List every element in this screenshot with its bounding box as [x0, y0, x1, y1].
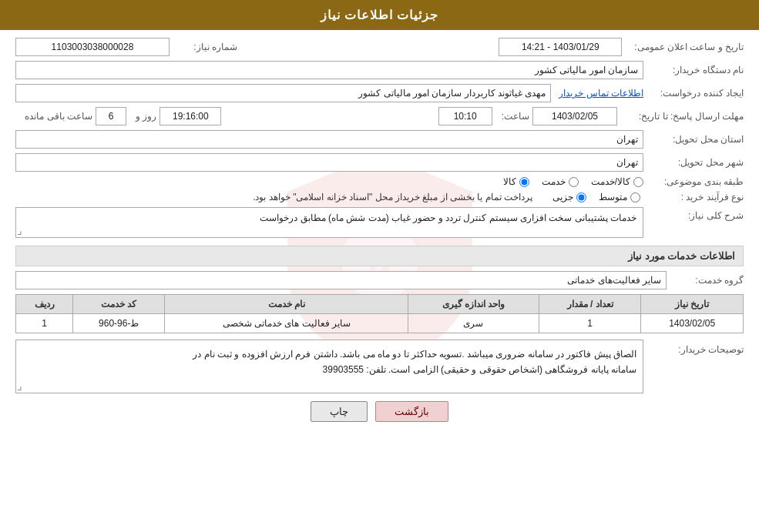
date-value-input[interactable] — [532, 107, 617, 125]
nam-dastgah-label: نام دستگاه خریدار: — [643, 65, 744, 75]
resize-icon: ⌟ — [17, 224, 22, 236]
services-section-title: اطلاعات خدمات مورد نیاز — [15, 246, 744, 266]
date-announce-label: تاریخ و ساعت اعلان عمومی: — [628, 42, 744, 52]
remaining-input[interactable] — [160, 107, 221, 125]
tabaqe-radio-group: کالا/خدمت خدمت کالا — [503, 176, 643, 187]
buyer-notes-box: الصاق پیش فاکتور در سامانه ضروری میباشد … — [15, 340, 643, 393]
sharh-value: خدمات پشتیبانی سخت افزاری سیستم کنترل تر… — [260, 212, 636, 223]
group-label: گروه خدمت: — [667, 275, 744, 286]
ijad-konande-input[interactable] — [15, 84, 551, 102]
info-link[interactable]: اطلاعات تماس خریدار — [559, 88, 643, 99]
col-kod: کد خدمت — [73, 295, 165, 314]
radio-motevaset-input[interactable] — [630, 192, 640, 202]
tabaqe-label: طبقه بندی موضوعی: — [643, 176, 744, 187]
page-header: جزئیات اطلاعات نیاز — [0, 0, 759, 30]
buyer-notes-line2: سامانه پایانه فروشگاهی (اشخاص حقوقی و حق… — [323, 364, 636, 375]
mohlat-label: مهلت ارسال پاسخ: تا تاریخ: — [620, 111, 744, 122]
radio-kala[interactable]: کالا — [503, 176, 529, 187]
purchase-radio-group: متوسط جزیی — [552, 192, 640, 202]
col-vahed: واحد اندازه گیری — [408, 295, 539, 314]
shomara-niaz-input[interactable] — [15, 38, 170, 56]
radio-khedmat[interactable]: خدمت — [542, 176, 579, 187]
date-announce-input[interactable] — [499, 38, 622, 56]
purchase-label: نوع فرآیند خرید : — [643, 192, 744, 202]
sharh-box: خدمات پشتیبانی سخت افزاری سیستم کنترل تر… — [15, 207, 643, 238]
radio-jozei[interactable]: جزیی — [552, 192, 586, 202]
shahr-label: شهر محل تحویل: — [643, 157, 744, 168]
header-title: جزئیات اطلاعات نیاز — [321, 8, 439, 22]
services-table: تاریخ نیاز تعداد / مقدار واحد اندازه گیر… — [15, 294, 744, 333]
print-button[interactable]: چاپ — [311, 401, 368, 422]
radio-kala-input[interactable] — [519, 177, 529, 187]
radio-kala-khedmat[interactable]: کالا/خدمت — [591, 176, 643, 187]
col-nam: نام خدمت — [165, 295, 408, 314]
button-row: بازگشت چاپ — [15, 401, 744, 422]
resize-icon-2: ⌟ — [17, 380, 22, 392]
col-radif: ردیف — [16, 295, 73, 314]
ostan-label: استان محل تحویل: — [643, 134, 744, 145]
radio-khedmat-input[interactable] — [569, 177, 579, 187]
col-tarikh: تاریخ نیاز — [641, 295, 744, 314]
time-label: ساعت: — [495, 111, 529, 122]
buyer-notes-line1: الصاق پیش فاکتور در سامانه ضروری میباشد … — [193, 349, 636, 360]
time-input[interactable] — [438, 107, 492, 125]
group-input[interactable] — [15, 271, 667, 289]
purchase-desc: پرداخت تمام یا بخشی از مبلغ خریداز محل "… — [253, 192, 532, 202]
ijad-konande-label: ایجاد کننده درخواست: — [643, 88, 744, 99]
nam-dastgah-input[interactable] — [15, 61, 643, 79]
col-tedad: تعداد / مقدار — [539, 295, 641, 314]
shomara-niaz-label: شماره نیاز: — [176, 42, 237, 52]
back-button[interactable]: بازگشت — [375, 401, 448, 422]
roz-input[interactable] — [96, 107, 126, 125]
buyer-notes-label: توصیحات خریدار: — [643, 340, 744, 355]
radio-motevaset[interactable]: متوسط — [599, 192, 640, 202]
shahr-input[interactable] — [15, 153, 643, 172]
sharh-label: شرح کلی نیاز: — [643, 207, 744, 221]
radio-kala-khedmat-input[interactable] — [633, 177, 643, 187]
ostan-input[interactable] — [15, 130, 643, 149]
roz-label: روز و — [129, 111, 156, 122]
table-row: 1403/02/051سریسایر فعالیت های خدماتی شخص… — [16, 314, 744, 333]
baqi-label: ساعت باقی مانده — [15, 111, 92, 122]
radio-jozei-input[interactable] — [576, 192, 586, 202]
